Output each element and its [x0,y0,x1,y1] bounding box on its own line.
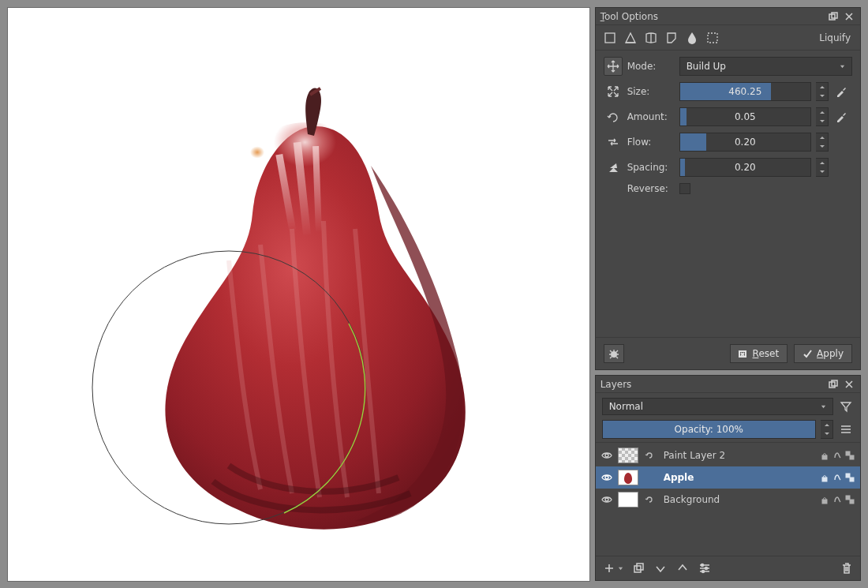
layers-list: Paint Layer 2 Apple [596,443,860,556]
close-layers-icon[interactable] [843,378,855,391]
lock-icon[interactable] [819,450,830,461]
apply-button[interactable]: Apply [794,344,852,363]
svg-point-31 [701,564,703,567]
layer-row-apple[interactable]: Apple [596,466,860,489]
visibility-toggle[interactable] [600,493,613,506]
svg-point-32 [705,567,707,570]
svg-rect-21 [822,478,827,481]
blend-mode-dropdown[interactable]: Normal [602,398,833,415]
undo-icon[interactable] [604,158,623,177]
layer-row-paint-layer-2[interactable]: Paint Layer 2 [596,444,860,466]
tab-mesh-icon[interactable] [705,30,720,46]
layer-settings-icon[interactable] [698,561,712,575]
bug-icon[interactable] [604,344,624,363]
alpha-icon[interactable] [832,472,843,483]
layers-footer [596,556,860,580]
detach-panel-icon[interactable] [827,10,840,23]
reverse-label: Reverse: [627,183,675,194]
svg-rect-7 [605,33,615,43]
transform-tabstrip: Liquify [596,25,860,51]
amount-field[interactable]: 0.05 [679,107,811,126]
move-mode-icon[interactable] [604,57,623,76]
apply-rest: pply [823,348,844,359]
size-spinner[interactable] [816,82,829,101]
layers-title: Layers [600,379,824,390]
reset-button[interactable]: Reset [730,344,788,363]
reset-rest: eset [758,348,779,359]
add-layer-icon[interactable] [602,561,616,575]
add-layer-chevron-icon[interactable] [618,563,623,574]
flow-label: Flow: [627,137,675,148]
layer-menu-icon[interactable] [838,421,854,437]
sync-icon [643,495,656,504]
svg-rect-26 [822,500,827,504]
svg-rect-16 [822,455,827,459]
svg-rect-28 [850,500,854,504]
tab-free-transform-icon[interactable] [602,30,618,46]
rotate-icon[interactable] [604,107,623,126]
svg-rect-29 [634,566,641,572]
checker-icon[interactable] [844,494,855,505]
svg-point-24 [605,498,608,501]
amount-eyedropper-icon[interactable] [833,109,849,125]
layers-titlebar[interactable]: Layers [596,376,860,393]
opacity-slider[interactable]: Opacity: 100% [602,420,816,439]
svg-point-33 [702,571,704,573]
tab-warp-icon[interactable] [643,30,659,46]
layer-thumbnail [618,470,638,485]
visibility-toggle[interactable] [600,449,613,462]
svg-rect-22 [846,474,850,478]
duplicate-layer-icon[interactable] [631,561,645,575]
spacing-label: Spacing: [627,162,675,173]
svg-point-4 [229,140,300,200]
move-down-icon[interactable] [653,561,668,575]
layer-row-background[interactable]: Background [596,489,860,511]
lock-icon[interactable] [819,472,830,483]
move-up-icon[interactable] [675,561,690,575]
tab-cage-icon[interactable] [664,30,679,46]
visibility-toggle[interactable] [600,471,613,484]
mode-dropdown[interactable]: Build Up [679,57,852,76]
flow-field[interactable]: 0.20 [679,133,811,152]
layer-name-label: Background [660,494,814,505]
svg-rect-18 [850,455,854,459]
scale-icon[interactable] [604,82,623,101]
checker-icon[interactable] [844,472,855,483]
sync-icon [643,451,656,460]
layer-name-label: Apple [660,472,814,483]
alpha-icon[interactable] [832,450,843,461]
opacity-spinner[interactable] [821,420,833,439]
svg-rect-25 [619,492,637,507]
close-panel-icon[interactable] [843,10,855,23]
alpha-icon[interactable] [832,494,843,505]
spacing-field[interactable]: 0.20 [679,158,811,177]
svg-rect-17 [846,451,850,455]
tab-perspective-icon[interactable] [623,30,638,46]
tab-liquify-icon[interactable] [684,30,700,46]
flow-spinner[interactable] [816,133,829,152]
svg-rect-30 [637,564,643,570]
svg-point-15 [605,454,608,457]
layer-thumbnail [618,492,638,507]
lock-icon[interactable] [819,494,830,505]
amount-spinner[interactable] [816,107,829,126]
size-eyedropper-icon[interactable] [833,84,849,99]
tool-options-titlebar[interactable]: Tool Options [596,8,860,25]
filter-icon[interactable] [838,399,854,414]
delete-layer-icon[interactable] [840,561,854,575]
canvas[interactable] [8,8,589,581]
layers-panel: Layers Normal Opacity: 100% [596,376,860,580]
detach-layers-icon[interactable] [827,378,840,391]
offset-icon[interactable] [604,133,623,152]
svg-rect-10 [708,33,717,43]
svg-rect-23 [850,478,854,481]
size-field[interactable]: 460.25 [679,82,811,101]
spacing-spinner[interactable] [816,158,829,177]
artwork-illustration [8,8,589,581]
tab-liquify-label: Liquify [819,32,851,43]
svg-point-19 [605,476,608,479]
checker-icon[interactable] [844,450,855,461]
amount-label: Amount: [627,111,675,122]
svg-point-11 [611,351,617,358]
reverse-checkbox[interactable] [679,183,690,194]
